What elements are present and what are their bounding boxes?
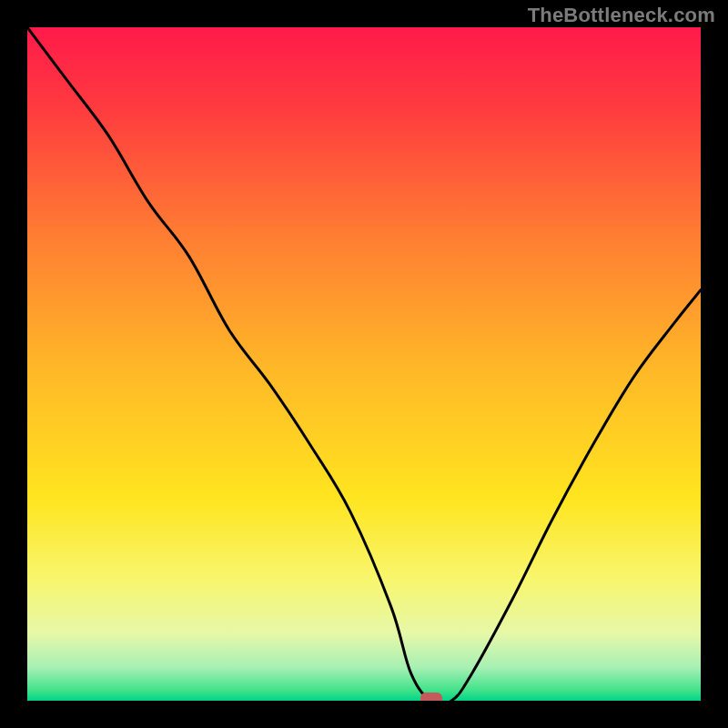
watermark-label: TheBottleneck.com	[528, 4, 715, 27]
gradient-background	[27, 27, 701, 701]
chart-svg	[27, 27, 701, 701]
plot-area	[27, 27, 701, 701]
chart-container: TheBottleneck.com	[0, 0, 728, 728]
min-marker	[420, 693, 442, 701]
